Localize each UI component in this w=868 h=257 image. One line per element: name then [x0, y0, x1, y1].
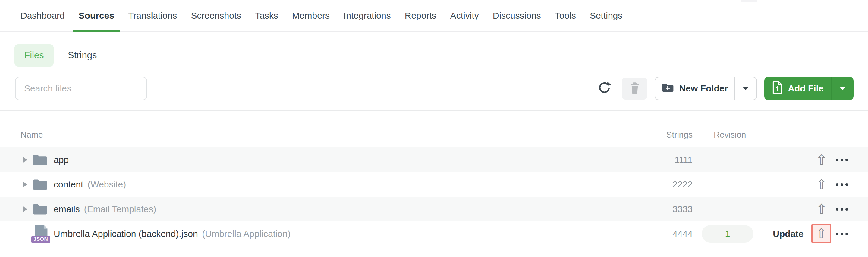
- column-header-name: Name: [21, 130, 43, 140]
- nav-label: Screenshots: [191, 10, 241, 21]
- ellipsis-icon: [845, 208, 848, 211]
- project-nav: Dashboard Sources Translations Screensho…: [0, 0, 868, 32]
- nav-label: Dashboard: [21, 10, 65, 21]
- revision-badge[interactable]: 1: [702, 225, 753, 243]
- add-file-icon: [772, 81, 783, 97]
- ellipsis-icon: [845, 158, 848, 161]
- nav-discussions[interactable]: Discussions: [493, 0, 541, 31]
- view-switch: Files Strings: [14, 44, 97, 67]
- folder-icon: [32, 153, 48, 167]
- expand-caret-icon[interactable]: [23, 206, 27, 212]
- upload-icon[interactable]: ⇧: [815, 227, 827, 241]
- nav-integrations[interactable]: Integrations: [344, 0, 391, 31]
- strings-count: 2222: [673, 179, 692, 190]
- ellipsis-icon: [841, 208, 843, 211]
- nav-label: Reports: [405, 10, 436, 21]
- json-file-icon: JSON: [31, 224, 50, 243]
- nav-label: Discussions: [493, 10, 541, 21]
- add-file-split-button: Add File: [764, 77, 854, 100]
- ellipsis-icon: [836, 208, 838, 211]
- new-folder-icon: [661, 82, 674, 95]
- tab-strings[interactable]: Strings: [68, 50, 97, 61]
- more-actions-button[interactable]: [831, 197, 853, 221]
- expand-caret-icon[interactable]: [23, 181, 27, 187]
- more-actions-button[interactable]: [831, 172, 853, 197]
- ellipsis-icon: [841, 233, 843, 235]
- nav-activity[interactable]: Activity: [450, 0, 479, 31]
- expand-caret-icon[interactable]: [23, 157, 27, 163]
- nav-screenshots[interactable]: Screenshots: [191, 0, 241, 31]
- toolbar-divider: [0, 110, 868, 111]
- ellipsis-icon: [836, 158, 838, 161]
- table-row-umbrella-file: JSON Umbrella Application (backend).json…: [0, 221, 868, 246]
- refresh-button[interactable]: [595, 79, 614, 97]
- nav-dashboard[interactable]: Dashboard: [21, 0, 65, 31]
- nav-label: Tasks: [255, 10, 278, 21]
- tab-files[interactable]: Files: [14, 44, 54, 67]
- add-file-dropdown-button[interactable]: [831, 77, 854, 100]
- nav-label: Settings: [590, 10, 622, 21]
- table-row-app: app 1111 ⇧: [0, 147, 868, 172]
- folder-name[interactable]: app: [54, 155, 69, 165]
- nav-tasks[interactable]: Tasks: [255, 0, 278, 31]
- ellipsis-icon: [845, 183, 848, 186]
- nav-members[interactable]: Members: [292, 0, 330, 31]
- json-badge: JSON: [31, 235, 50, 243]
- nav-label: Integrations: [344, 10, 391, 21]
- trash-icon: [629, 81, 641, 96]
- ellipsis-icon: [841, 158, 843, 161]
- nav-label: Translations: [128, 10, 177, 21]
- ellipsis-icon: [845, 233, 848, 235]
- chevron-down-icon: [743, 87, 749, 90]
- nav-label: Members: [292, 10, 330, 21]
- ellipsis-icon: [836, 183, 838, 186]
- ellipsis-icon: [836, 233, 838, 235]
- strings-count: 1111: [675, 155, 692, 165]
- new-folder-button[interactable]: New Folder: [655, 77, 734, 100]
- highlight-box[interactable]: ⇧: [811, 224, 831, 243]
- strings-count: 3333: [673, 204, 692, 214]
- folder-icon: [32, 203, 48, 216]
- chevron-down-icon: [840, 87, 846, 90]
- table-row-content: content (Website) 2222 ⇧: [0, 172, 868, 197]
- nav-label: Sources: [79, 10, 114, 21]
- update-link[interactable]: Update: [773, 229, 804, 239]
- new-folder-dropdown-button[interactable]: [734, 77, 756, 100]
- ellipsis-icon: [841, 183, 843, 186]
- column-header-revision: Revision: [714, 130, 746, 140]
- folder-name[interactable]: emails: [54, 204, 80, 214]
- strings-count: 4444: [673, 229, 692, 239]
- folder-title: (Email Templates): [84, 204, 156, 214]
- refresh-icon: [598, 81, 612, 96]
- upload-icon[interactable]: ⇧: [816, 202, 828, 216]
- file-name[interactable]: Umbrella Application (backend).json: [54, 229, 198, 239]
- folder-name[interactable]: content: [54, 179, 83, 190]
- nav-tools[interactable]: Tools: [555, 0, 576, 31]
- tab-strings-label: Strings: [68, 50, 97, 61]
- more-actions-button[interactable]: [831, 221, 853, 246]
- add-file-label: Add File: [788, 83, 824, 94]
- add-file-button[interactable]: Add File: [764, 77, 831, 100]
- table-row-emails: emails (Email Templates) 3333 ⇧: [0, 197, 868, 221]
- folder-title: (Website): [87, 179, 126, 190]
- file-title: (Umbrella Application): [202, 229, 290, 239]
- search-input[interactable]: [15, 77, 147, 100]
- folder-icon: [32, 178, 48, 191]
- column-header-strings: Strings: [632, 130, 692, 140]
- new-folder-split-button: New Folder: [655, 77, 757, 100]
- new-folder-label: New Folder: [679, 83, 728, 94]
- file-table: app 1111 ⇧ content (Website) 2222 ⇧: [0, 147, 868, 246]
- nav-label: Activity: [450, 10, 479, 21]
- more-actions-button[interactable]: [831, 147, 853, 172]
- upload-icon[interactable]: ⇧: [816, 178, 828, 191]
- nav-sources[interactable]: Sources: [79, 0, 114, 31]
- tab-files-label: Files: [24, 50, 44, 61]
- nav-settings[interactable]: Settings: [590, 0, 622, 31]
- nav-label: Tools: [555, 10, 576, 21]
- nav-reports[interactable]: Reports: [405, 0, 436, 31]
- delete-button[interactable]: [622, 78, 647, 100]
- upload-icon[interactable]: ⇧: [816, 153, 828, 167]
- nav-translations[interactable]: Translations: [128, 0, 177, 31]
